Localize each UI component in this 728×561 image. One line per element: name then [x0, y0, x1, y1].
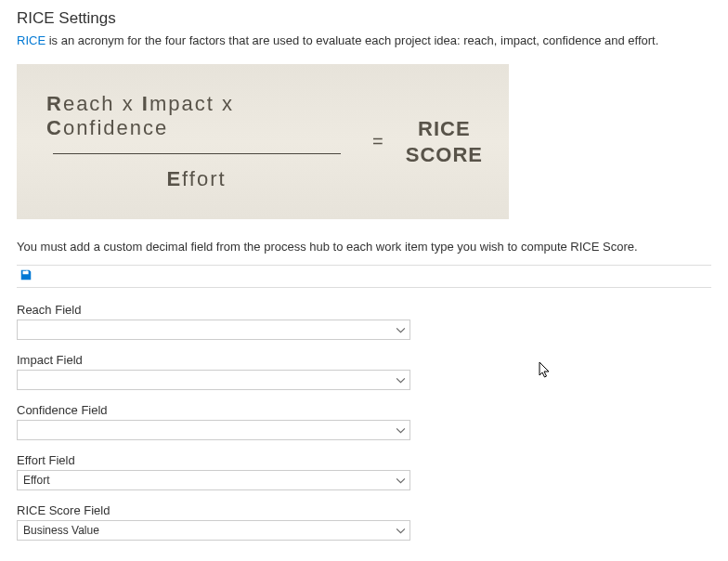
score-field-row: RICE Score Field — [17, 503, 711, 541]
page-title: RICE Settings — [17, 9, 711, 28]
reach-field-row: Reach Field — [17, 303, 711, 340]
formula-fraction: Reach x Impact x Confidence Effort — [46, 92, 346, 191]
save-button[interactable] — [17, 267, 35, 285]
formula-rice-label: RICE — [406, 116, 483, 142]
confidence-field-row: Confidence Field — [17, 403, 711, 440]
reach-field-select[interactable] — [17, 320, 410, 340]
formula-box: Reach x Impact x Confidence Effort = RIC… — [17, 64, 509, 219]
effort-field-label: Effort Field — [17, 453, 711, 467]
score-field-label: RICE Score Field — [17, 503, 711, 517]
impact-field-label: Impact Field — [17, 353, 711, 367]
rice-acronym: RICE — [17, 33, 46, 47]
intro-text: RICE is an acronym for the four factors … — [17, 33, 711, 47]
impact-field-row: Impact Field — [17, 353, 711, 390]
reach-field-label: Reach Field — [17, 303, 711, 317]
effort-field-select[interactable] — [17, 470, 410, 490]
formula-numerator: Reach x Impact x Confidence — [46, 92, 346, 140]
formula-rule — [53, 153, 341, 154]
score-field-select[interactable] — [17, 520, 410, 541]
formula-result: RICE SCORE — [406, 116, 483, 167]
svg-rect-0 — [26, 271, 28, 274]
impact-field-select[interactable] — [17, 370, 410, 390]
effort-field-row: Effort Field — [17, 453, 711, 490]
formula-denominator: Effort — [166, 167, 226, 191]
confidence-field-select[interactable] — [17, 420, 410, 440]
formula-equals: = — [372, 131, 384, 152]
confidence-field-label: Confidence Field — [17, 403, 711, 417]
instructions-text: You must add a custom decimal field from… — [17, 240, 711, 254]
intro-rest: is an acronym for the four factors that … — [46, 33, 658, 47]
formula-score-label: SCORE — [406, 142, 483, 168]
toolbar — [17, 265, 711, 288]
save-icon — [20, 268, 32, 284]
